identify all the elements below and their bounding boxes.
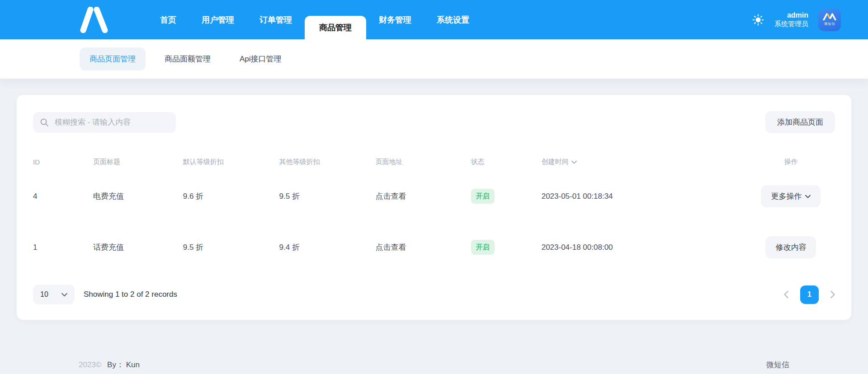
main-content: 添加商品页面 ID 页面标题 默认等级折扣 其他等级折扣 页面地址 状态 创建时… [0, 79, 868, 320]
nav-item-home[interactable]: 首页 [147, 0, 189, 39]
cell-created-at: 2023-04-18 00:08:00 [542, 229, 747, 266]
chevron-down-icon [61, 293, 67, 297]
search-box [33, 112, 176, 133]
cell-actions: 更多操作 [761, 171, 821, 222]
nav-item-products[interactable]: 商品管理 [305, 16, 366, 39]
cell-id: 1 [33, 229, 93, 266]
user-name: admin [774, 11, 808, 20]
user-meta: admin 系统管理员 [774, 11, 808, 28]
subnav-item-product-pages[interactable]: 商品页面管理 [80, 47, 146, 70]
top-header: 首页 用户管理 订单管理 商品管理 财务管理 系统设置 admin 系统管理员 [0, 0, 868, 39]
edit-content-button[interactable]: 修改内容 [765, 236, 816, 258]
pagination: 10 Showing 1 to 2 of 2 records 1 [33, 285, 835, 304]
page-size-select[interactable]: 10 [33, 285, 75, 304]
content-card: 添加商品页面 ID 页面标题 默认等级折扣 其他等级折扣 页面地址 状态 创建时… [17, 95, 851, 320]
col-header-created-at[interactable]: 创建时间 [542, 153, 747, 171]
col-header-status: 状态 [471, 153, 542, 171]
more-actions-button[interactable]: 更多操作 [761, 185, 821, 207]
copyright-year: 2023© [79, 360, 101, 369]
footer-left: 2023© By： Kun [79, 360, 140, 370]
sort-chevron-down-icon[interactable] [571, 160, 577, 164]
footer-brand[interactable]: 微短信 [766, 360, 789, 370]
records-summary: Showing 1 to 2 of 2 records [84, 290, 177, 299]
page-footer: 2023© By： Kun 微短信 [0, 360, 868, 370]
nav-item-finance[interactable]: 财务管理 [366, 0, 424, 39]
search-input[interactable] [55, 118, 170, 127]
subnav-item-product-denominations[interactable]: 商品面额管理 [155, 47, 221, 70]
col-header-default-discount: 默认等级折扣 [183, 153, 279, 171]
cell-created-at: 2023-05-01 00:18:34 [542, 178, 747, 215]
header-right: admin 系统管理员 微短信 [752, 9, 841, 31]
prev-page-icon[interactable] [784, 291, 788, 298]
status-badge: 开启 [471, 240, 495, 255]
avatar-m-icon [823, 13, 836, 20]
secondary-nav: 商品页面管理 商品面额管理 Api接口管理 [0, 39, 868, 79]
cell-title: 话费充值 [93, 228, 183, 267]
cell-default-discount: 9.5 折 [183, 228, 279, 267]
cell-other-discount: 9.4 折 [279, 228, 376, 267]
sun-icon[interactable] [752, 14, 764, 26]
cell-other-discount: 9.5 折 [279, 177, 376, 216]
nav-item-settings[interactable]: 系统设置 [424, 0, 482, 39]
col-header-page-url: 页面地址 [375, 153, 471, 171]
cell-status: 开启 [471, 225, 542, 269]
page-size-value: 10 [40, 290, 48, 299]
pager-controls: 1 [784, 285, 835, 304]
nav-item-users[interactable]: 用户管理 [189, 0, 247, 39]
cell-status: 开启 [471, 174, 542, 218]
col-header-title: 页面标题 [93, 153, 183, 171]
add-product-page-button[interactable]: 添加商品页面 [765, 111, 835, 133]
next-page-icon[interactable] [830, 291, 835, 298]
search-icon [39, 117, 49, 127]
chevron-down-icon [805, 195, 811, 198]
status-badge: 开启 [471, 189, 495, 204]
cell-id: 4 [33, 178, 93, 215]
avatar[interactable]: 微短信 [818, 9, 841, 31]
nav-item-orders[interactable]: 订单管理 [247, 0, 305, 39]
cell-default-discount: 9.6 折 [183, 177, 279, 216]
app-logo-icon[interactable] [77, 7, 111, 33]
col-header-actions: 操作 [784, 153, 797, 171]
cell-page-link[interactable]: 点击查看 [375, 228, 471, 267]
subnav-item-api[interactable]: Api接口管理 [230, 47, 292, 70]
avatar-logo-text: 微短信 [824, 22, 835, 26]
cell-page-link[interactable]: 点击查看 [375, 177, 471, 216]
table-row: 4 电费充值 9.6 折 9.5 折 点击查看 开启 2023-05-01 00… [33, 171, 835, 222]
page-number-button[interactable]: 1 [800, 285, 819, 304]
footer-author: By： Kun [107, 360, 140, 369]
product-pages-table: ID 页面标题 默认等级折扣 其他等级折扣 页面地址 状态 创建时间 操作 4 … [33, 153, 835, 273]
table-header-row: ID 页面标题 默认等级折扣 其他等级折扣 页面地址 状态 创建时间 操作 [33, 153, 835, 171]
table-row: 1 话费充值 9.5 折 9.4 折 点击查看 开启 2023-04-18 00… [33, 222, 835, 273]
user-role: 系统管理员 [774, 20, 808, 28]
col-header-other-discount: 其他等级折扣 [279, 153, 376, 171]
col-header-id: ID [33, 154, 93, 170]
cell-title: 电费充值 [93, 177, 183, 216]
toolbar: 添加商品页面 [33, 111, 835, 133]
cell-actions: 修改内容 [765, 222, 816, 273]
main-nav: 首页 用户管理 订单管理 商品管理 财务管理 系统设置 [147, 0, 482, 39]
